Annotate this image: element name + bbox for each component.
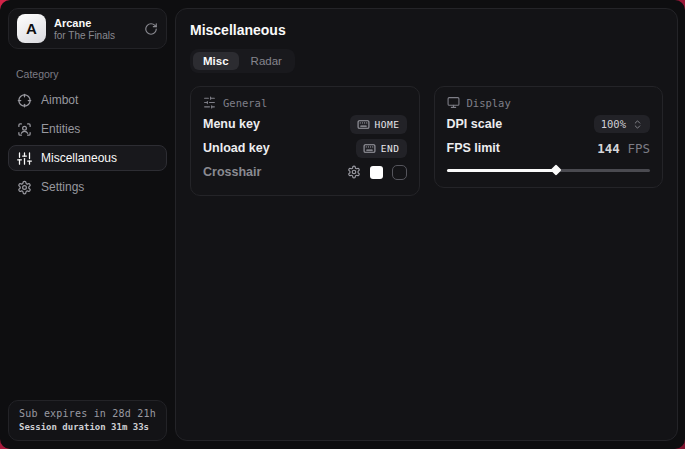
dpi-scale-value: 100% (601, 118, 626, 130)
display-card-title: Display (467, 97, 511, 109)
fps-slider-fill (447, 169, 557, 172)
app-header: A Arcane for The Finals (8, 8, 167, 49)
chevrons-up-down-icon (632, 119, 643, 130)
fps-slider-thumb[interactable] (551, 164, 562, 175)
session-duration-text: Session duration 31m 33s (19, 422, 156, 432)
cards-row: General Menu key HOME Unload key (190, 86, 663, 196)
keyboard-icon (363, 142, 376, 155)
fps-limit-slider[interactable] (447, 164, 651, 176)
dpi-scale-select[interactable]: 100% (594, 115, 650, 133)
sidebar-item-miscellaneous[interactable]: Miscellaneous (8, 145, 167, 171)
menu-key-value: HOME (375, 119, 400, 130)
display-card: Display DPI scale 100% FPS limit 144 FPS (434, 86, 664, 188)
unload-key-button[interactable]: END (356, 139, 407, 158)
sidebar-item-aimbot[interactable]: Aimbot (8, 87, 167, 113)
monitor-icon (447, 96, 460, 109)
tab-misc[interactable]: Misc (193, 52, 239, 70)
crosshair-settings-gear-icon[interactable] (347, 165, 361, 179)
tab-radar[interactable]: Radar (241, 52, 292, 70)
sub-expiry-text: Sub expires in 28d 21h (19, 408, 156, 419)
sliders-horizontal-icon (203, 96, 216, 109)
sidebar-item-label: Settings (41, 180, 84, 194)
tab-bar: Misc Radar (190, 49, 295, 73)
sidebar: A Arcane for The Finals Category Aimbot (0, 0, 175, 449)
menu-key-button[interactable]: HOME (350, 115, 407, 134)
crosshair-checkbox[interactable] (392, 165, 407, 180)
sidebar-nav: Aimbot Entities Miscellaneous Settings (0, 87, 175, 200)
page-title: Miscellaneous (190, 22, 663, 38)
category-label: Category (0, 57, 175, 87)
sidebar-item-settings[interactable]: Settings (8, 174, 167, 200)
sidebar-item-entities[interactable]: Entities (8, 116, 167, 142)
general-card-title: General (223, 97, 267, 109)
keyboard-icon (357, 118, 370, 131)
general-card-header: General (203, 96, 407, 109)
main-panel: Miscellaneous Misc Radar General Menu ke… (175, 8, 678, 441)
app-logo: A (17, 14, 46, 43)
subscription-info-box: Sub expires in 28d 21h Session duration … (8, 400, 167, 441)
app-title-block: Arcane for The Finals (54, 17, 115, 41)
fps-limit-label: FPS limit (447, 141, 500, 155)
app-subtitle: for The Finals (54, 30, 115, 41)
sliders-vertical-icon (17, 151, 32, 166)
display-card-header: Display (447, 96, 651, 109)
sidebar-item-label: Entities (41, 122, 80, 136)
crosshair-row: Crosshair (203, 160, 407, 184)
sidebar-item-label: Miscellaneous (41, 151, 117, 165)
crosshair-controls (347, 165, 407, 180)
crosshair-label: Crosshair (203, 165, 261, 179)
dpi-scale-row: DPI scale 100% (447, 112, 651, 136)
gear-icon (17, 180, 32, 195)
fps-limit-value: 144 FPS (597, 141, 650, 156)
app-window: A Arcane for The Finals Category Aimbot (0, 0, 685, 449)
crosshair-icon (17, 93, 32, 108)
app-name: Arcane (54, 17, 115, 29)
crosshair-color-swatch[interactable] (370, 166, 383, 179)
sidebar-item-label: Aimbot (41, 93, 78, 107)
fps-limit-row: FPS limit 144 FPS (447, 136, 651, 160)
menu-key-row: Menu key HOME (203, 112, 407, 136)
unload-key-label: Unload key (203, 141, 270, 155)
unload-key-value: END (381, 143, 400, 154)
general-card: General Menu key HOME Unload key (190, 86, 420, 196)
scan-icon (17, 122, 32, 137)
unload-key-row: Unload key END (203, 136, 407, 160)
refresh-icon[interactable] (144, 22, 158, 36)
dpi-scale-label: DPI scale (447, 117, 503, 131)
menu-key-label: Menu key (203, 117, 260, 131)
